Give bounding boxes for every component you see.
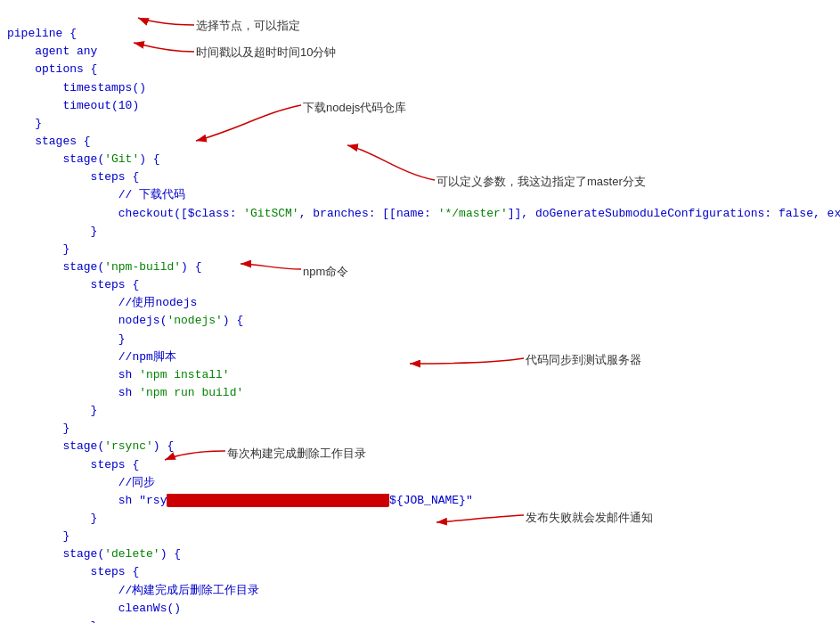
line-npm-build: sh 'npm run build' — [7, 386, 243, 399]
line-steps-npm: steps { — [7, 278, 139, 291]
line-steps-delete-close: } — [7, 619, 97, 623]
line-agent: agent any — [7, 45, 97, 58]
annotation-rsync: 代码同步到测试服务器 — [526, 352, 641, 368]
line-stage-npm: stage('npm-build') { — [7, 260, 201, 274]
line-npm-install: sh 'npm install' — [7, 368, 230, 381]
line-stage-git: stage('Git') { — [7, 152, 160, 166]
code-block: pipeline { agent any options { timestamp… — [7, 7, 840, 623]
main-container: pipeline { agent any options { timestamp… — [0, 0, 840, 623]
line-comment-clean: //构建完成后删除工作目录 — [7, 584, 259, 597]
annotation-timeout: 时间戳以及超时时间10分钟 — [196, 45, 336, 61]
line-stage-rsync: stage('rsync') { — [7, 439, 174, 453]
line-stage-git-close: } — [7, 242, 69, 256]
line-steps-git-close: } — [7, 225, 97, 238]
line-cleanws: cleanWs() — [7, 602, 181, 615]
annotation-node: 选择节点，可以指定 — [196, 18, 300, 34]
line-options: options { — [7, 62, 97, 76]
annotation-master: 可以定义参数，我这边指定了master分支 — [436, 174, 646, 190]
line-stages: stages { — [7, 135, 91, 148]
line-steps-rsync: steps { — [7, 458, 139, 471]
line-stage-npm-close: } — [7, 422, 69, 435]
line-nodejs-close: } — [7, 332, 126, 346]
line-steps-npm-close: } — [7, 404, 97, 417]
code-area: pipeline { agent any options { timestamp… — [0, 0, 840, 623]
line-comment-sync: //同步 — [7, 476, 155, 489]
annotation-clean: 每次构建完成删除工作目录 — [227, 446, 366, 462]
line-comment-nodejs: //使用nodejs — [7, 296, 197, 309]
annotation-npm: npm命令 — [303, 264, 348, 280]
line-checkout: checkout([$class: 'GitSCM', branches: [[… — [7, 207, 840, 220]
annotation-git: 下载nodejs代码仓库 — [303, 100, 406, 116]
line-comment-dl: // 下载代码 — [7, 188, 185, 201]
line-comment-npm: //npm脚本 — [7, 350, 176, 364]
line-rsync-cmd: sh "rsy████████████████████████████████$… — [7, 494, 473, 507]
line-timestamps: timestamps() — [7, 81, 146, 94]
annotation-mail: 发布失败就会发邮件通知 — [526, 510, 653, 526]
line-pipeline: pipeline { — [7, 27, 77, 40]
line-stage-delete: stage('delete') { — [7, 547, 181, 561]
line-options-close: } — [7, 117, 42, 130]
line-steps-rsync-close: } — [7, 512, 97, 525]
line-nodejs: nodejs('nodejs') { — [7, 314, 243, 327]
line-timeout: timeout(10) — [7, 99, 139, 112]
line-steps-git: steps { — [7, 170, 139, 184]
line-steps-delete: steps { — [7, 565, 139, 578]
line-stage-rsync-close: } — [7, 529, 69, 543]
